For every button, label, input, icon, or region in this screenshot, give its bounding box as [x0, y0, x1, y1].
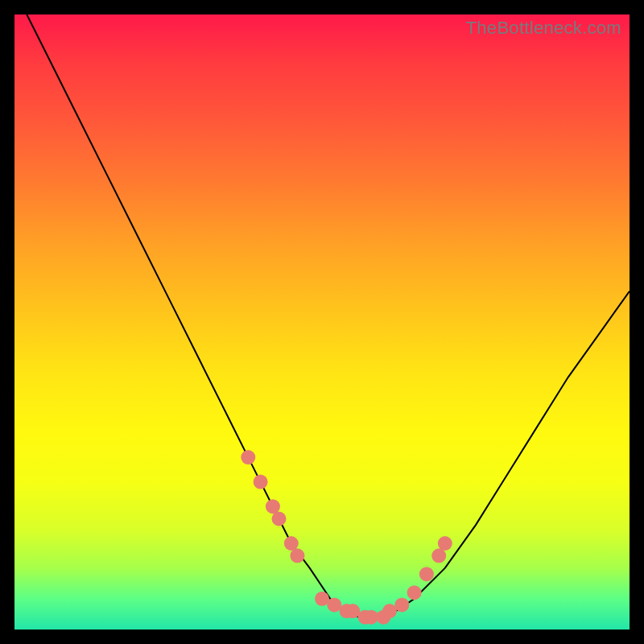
highlight-dot — [290, 548, 304, 563]
highlight-dot — [419, 567, 434, 581]
highlight-dots — [241, 450, 452, 625]
highlight-dot — [241, 450, 255, 464]
highlight-dot — [345, 604, 360, 618]
highlight-dot — [438, 536, 452, 551]
highlight-dot — [272, 512, 287, 526]
highlight-dot — [407, 585, 422, 600]
highlight-dot — [284, 536, 299, 551]
highlight-dot — [382, 604, 397, 618]
bottleneck-curve — [14, 14, 630, 630]
highlight-dot — [394, 597, 409, 612]
highlight-dot — [327, 597, 341, 612]
highlight-dot — [431, 548, 446, 563]
highlight-dot — [266, 499, 280, 514]
curve-line — [27, 14, 630, 617]
plot-area: TheBottleneck.com — [14, 14, 630, 630]
chart-frame: TheBottleneck.com — [0, 0, 644, 644]
highlight-dot — [254, 475, 268, 489]
highlight-dot — [315, 592, 329, 606]
